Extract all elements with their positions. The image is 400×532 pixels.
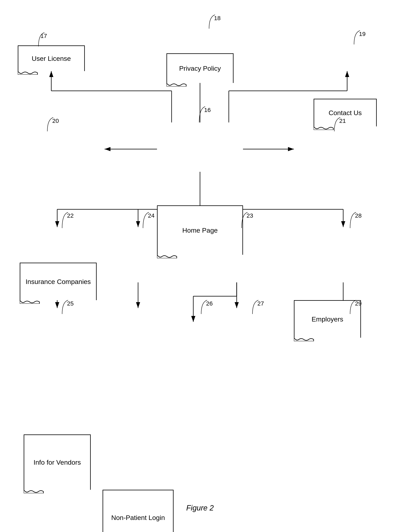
home-page-node: Home Page xyxy=(157,205,243,255)
home-page-label: Home Page xyxy=(182,226,218,234)
ref-line-22 xyxy=(54,210,74,230)
user-license-label: User License xyxy=(32,55,71,63)
privacy-policy-label: Privacy Policy xyxy=(179,64,221,72)
ref-line-17 xyxy=(27,31,46,48)
diagram: User License 17 Privacy Policy 18 Contac… xyxy=(0,0,400,532)
ref-line-24 xyxy=(135,210,155,230)
insurance-companies-node: Insurance Companies xyxy=(20,263,97,300)
info-vendors-node: Info for Vendors xyxy=(24,434,91,490)
figure-caption: Figure 2 xyxy=(186,504,214,512)
ref-line-16 xyxy=(191,105,211,124)
non-patient-login-label: Non-Patient Login xyxy=(111,514,165,522)
ref-line-26 xyxy=(193,298,213,316)
ref-line-20 xyxy=(39,115,59,133)
ref-line-18 xyxy=(201,13,221,31)
insurance-companies-label: Insurance Companies xyxy=(26,278,91,286)
user-license-node: User License xyxy=(18,45,85,71)
ref-line-27 xyxy=(245,298,264,316)
employers-label: Employers xyxy=(312,315,343,323)
info-vendors-label: Info for Vendors xyxy=(34,458,81,466)
ref-line-23 xyxy=(234,210,253,230)
ref-line-28 xyxy=(342,210,362,230)
privacy-policy-node: Privacy Policy xyxy=(166,53,234,83)
ref-line-21 xyxy=(326,115,346,133)
ref-line-19 xyxy=(346,29,366,46)
ref-line-29 xyxy=(342,298,362,316)
ref-line-25 xyxy=(54,298,74,316)
non-patient-login-node: Non-Patient Login xyxy=(103,490,173,532)
